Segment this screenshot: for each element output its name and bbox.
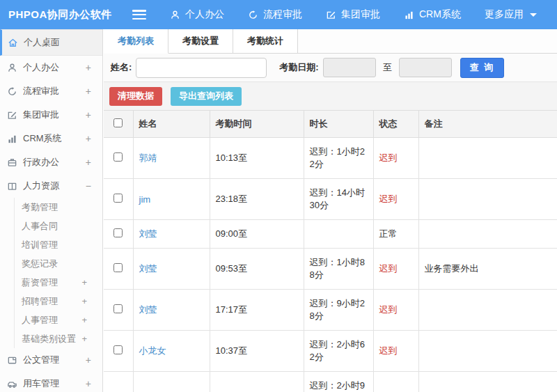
tab-attendance-stats[interactable]: 考勤统计 [233,29,298,53]
row-checkbox[interactable] [113,263,123,272]
expand-icon[interactable]: + [86,109,91,120]
nav-group-approval[interactable]: 集团审批 [326,8,380,21]
sidebar-subitem-base-category-settings[interactable]: 基础类别设置 + [15,329,102,348]
table-row: 刘莹 09:53至 迟到：1小时88分 迟到 业务需要外出 [104,249,557,290]
date-from-input[interactable] [323,58,376,77]
status-text: 迟到/早退 [373,372,418,392]
nav-label: CRM系统 [419,8,461,21]
clear-data-button[interactable]: 清理数据 [109,87,162,106]
expand-icon[interactable]: + [86,62,91,73]
expand-icon[interactable]: + [81,277,87,288]
search-button[interactable]: 查 询 [460,58,505,78]
top-nav: 个人办公 流程审批 集团审批 CRM系统 更多应用 [170,8,537,21]
sidebar-item-crm-system[interactable]: CRM系统 + [0,127,102,150]
action-bar: 清理数据 导出查询列表 [104,82,557,110]
nav-crm-system[interactable]: CRM系统 [404,8,461,21]
duration: 迟到：1小时88分 [304,249,373,290]
nav-more-apps[interactable]: 更多应用 [485,8,537,21]
briefcase-icon [7,157,17,168]
main-content: 考勤列表 考勤设置 考勤统计 姓名: 考勤日期: 至 查 询 清理数据 导出查询… [104,29,557,392]
tab-attendance-list[interactable]: 考勤列表 [104,29,168,54]
tab-attendance-settings[interactable]: 考勤设置 [168,29,233,53]
employee-name-link[interactable]: 刘莹 [139,304,157,315]
sidebar-item-label: 个人桌面 [24,36,95,49]
expand-icon[interactable]: + [86,354,91,366]
tab-bar-filler [298,29,557,53]
attendance-time: 23:18至 [210,179,304,220]
sidebar-subitem-training-mgmt[interactable]: 培训管理 [15,235,102,254]
sidebar-item-label: 人力资源 [23,180,86,192]
sidebar-subitem-label: 奖惩记录 [22,258,87,270]
row-checkbox[interactable] [113,152,123,162]
sidebar-subitem-attendance-mgmt[interactable]: 考勤管理 [15,198,102,217]
sidebar-item-label: 用车管理 [23,377,86,390]
sidebar-item-workflow-approval[interactable]: 流程审批 + [0,79,102,103]
sidebar-item-vehicle-mgmt[interactable]: 用车管理 + [0,372,102,392]
hamburger-menu-icon[interactable] [132,10,146,19]
expand-icon[interactable]: + [81,296,87,306]
expand-icon[interactable]: + [86,86,91,97]
nav-workflow-approval[interactable]: 流程审批 [248,8,302,21]
sidebar-item-personal-office[interactable]: 个人办公 + [0,56,102,79]
sidebar-item-label: 集团审批 [23,109,86,121]
sidebar-subitem-reward-punishment[interactable]: 奖惩记录 [15,254,102,273]
sidebar-item-human-resources[interactable]: 人力资源 − [0,174,102,198]
name-filter-label: 姓名: [111,61,132,74]
employee-name-link[interactable]: 刘莹 [139,263,157,274]
attendance-time: 10:37至 [210,331,304,372]
process-icon [7,86,17,97]
expand-icon[interactable]: + [86,157,91,168]
collapse-icon[interactable]: − [86,180,91,191]
sidebar-item-admin-office[interactable]: 行政办公 + [0,150,102,174]
note [418,179,557,220]
attendance-time: 09:53至 [210,249,304,290]
date-to-input[interactable] [399,58,452,77]
edit-icon [326,10,336,20]
attendance-time: 09:00至 [210,220,304,249]
employee-name-link[interactable]: 郭靖 [139,152,157,163]
date-filter-label: 考勤日期: [279,61,318,74]
col-status: 状态 [373,111,418,138]
note: 1111 [418,372,557,392]
employee-name-link[interactable]: 刘莹 [139,228,157,239]
expand-icon[interactable]: + [86,133,91,144]
duration: 迟到：14小时30分 [304,179,373,220]
employee-name-link[interactable]: jim [139,194,151,205]
status-text: 迟到 [373,331,418,372]
col-name: 姓名 [133,111,210,138]
date-to-label: 至 [383,61,392,74]
sidebar-subitem-salary-mgmt[interactable]: 薪资管理 + [15,273,102,292]
table-row: jim 23:18至 迟到：14小时30分 迟到 [104,179,557,220]
sidebar-subitem-personnel-mgmt[interactable]: 人事管理 + [15,311,102,329]
sidebar-item-document-mgmt[interactable]: 公文管理 + [0,348,102,372]
expand-icon[interactable]: + [86,378,91,389]
col-time: 考勤时间 [210,111,304,138]
select-all-checkbox[interactable] [113,118,123,127]
caret-down-icon [530,13,537,17]
expand-icon[interactable]: + [81,334,87,344]
expand-icon[interactable]: + [81,315,87,325]
chart-icon [404,10,414,20]
sidebar-item-group-approval[interactable]: 集团审批 + [0,103,102,127]
export-list-button[interactable]: 导出查询列表 [171,87,242,106]
name-filter-input[interactable] [136,58,267,78]
app-window: PHPOA协同办公软件 个人办公 流程审批 集团审批 CRM系统 更多应用 [0,0,557,392]
sidebar-subitem-recruit-mgmt[interactable]: 招聘管理 + [15,292,102,311]
nav-personal-office[interactable]: 个人办公 [170,8,224,21]
row-checkbox[interactable] [113,345,123,354]
sidebar-subitem-label: 人事管理 [22,314,81,327]
note [418,138,557,179]
status-text: 迟到 [373,290,418,331]
person-icon [7,63,17,73]
row-checkbox[interactable] [113,228,123,237]
row-checkbox[interactable] [113,194,123,203]
app-logo: PHPOA协同办公软件 [0,8,132,22]
employee-name-link[interactable]: 小龙女 [139,345,166,356]
sidebar-item-personal-desktop[interactable]: 个人桌面 [0,29,102,56]
row-checkbox[interactable] [113,304,123,313]
col-duration: 时长 [304,111,373,138]
nav-label: 流程审批 [263,8,302,21]
sidebar-subitem-hr-contract[interactable]: 人事合同 [15,217,102,235]
sidebar-subitem-label: 基础类别设置 [22,333,81,345]
status-text: 迟到 [373,138,418,179]
